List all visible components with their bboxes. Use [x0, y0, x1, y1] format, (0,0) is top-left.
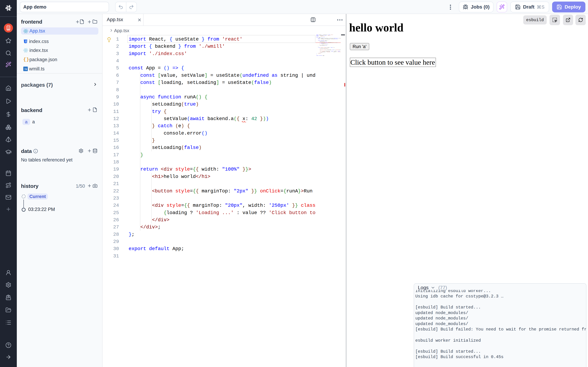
- svg-text:3: 3: [25, 40, 26, 43]
- svg-text:TS: TS: [25, 68, 27, 70]
